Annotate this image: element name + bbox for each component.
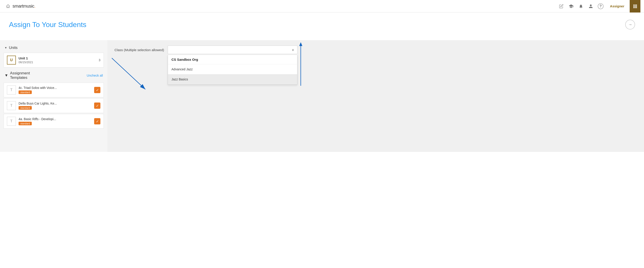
svg-line-11: [112, 58, 145, 89]
svg-rect-1: [634, 4, 636, 5]
dropdown-group-label: CS Sandbox Org: [168, 55, 297, 64]
svg-rect-8: [636, 7, 637, 8]
class-selector-row: Class (Multiple selection allowed) ∨ CS …: [114, 45, 637, 54]
svg-rect-6: [634, 7, 634, 8]
templates-section-header: ▼ AssignmentTemplates Uncheck all: [0, 68, 107, 82]
assignment-item[interactable]: T 4a. Basic Riffs - Developi... standard…: [4, 114, 104, 129]
assignment-name: 4a. Basic Riffs - Developi...: [18, 117, 92, 121]
class-dropdown-container: ∨ CS Sandbox Org Advanced Jazz Jazz Basi…: [168, 45, 298, 54]
svg-rect-0: [634, 4, 634, 5]
header-icons: ? Assigner: [557, 0, 640, 12]
home-button[interactable]: [4, 2, 12, 11]
svg-rect-3: [634, 6, 634, 7]
app-header: smartmusic. ? Assigner: [0, 0, 644, 12]
unit-icon: U: [7, 56, 16, 64]
svg-rect-7: [634, 7, 636, 8]
next-button[interactable]: →: [625, 20, 635, 29]
page-title: Assign To Your Students: [9, 20, 86, 29]
units-section-header: ▼ Units: [0, 44, 107, 52]
templates-label: AssignmentTemplates: [10, 71, 30, 80]
assignment-item[interactable]: T 4c. Triad Solos with Voice... standard…: [4, 83, 104, 97]
unit-info: Unit 1 06/15/2021: [18, 56, 96, 64]
unit-count: 3: [98, 58, 100, 62]
templates-title: ▼ AssignmentTemplates: [4, 71, 30, 80]
left-panel: ▼ Units U Unit 1 06/15/2021 3 ▼ Assignme…: [0, 40, 107, 152]
graduation-icon[interactable]: [567, 2, 575, 10]
templates-arrow-icon: ▼: [4, 73, 8, 78]
units-label: Units: [9, 45, 18, 50]
right-panel: Class (Multiple selection allowed) ∨ CS …: [107, 40, 644, 152]
template-icon: T: [7, 117, 16, 126]
class-dropdown[interactable]: ∨: [168, 45, 298, 54]
dropdown-item-advanced-jazz[interactable]: Advanced Jazz: [168, 64, 297, 74]
two-column-layout: ▼ Units U Unit 1 06/15/2021 3 ▼ Assignme…: [0, 40, 644, 152]
title-row: Assign To Your Students →: [9, 20, 635, 29]
assignment-checkbox[interactable]: ✓: [94, 102, 100, 109]
class-dropdown-menu: CS Sandbox Org Advanced Jazz Jazz Basics: [168, 55, 298, 85]
uncheck-all-button[interactable]: Uncheck all: [87, 73, 103, 77]
standard-badge: standard: [18, 106, 32, 110]
unit-item[interactable]: U Unit 1 06/15/2021 3: [4, 53, 104, 67]
pencil-icon[interactable]: [557, 2, 565, 10]
template-icon: T: [7, 85, 16, 94]
units-arrow-icon: ▼: [4, 46, 7, 49]
assignment-info: Della Buys Car Lights, Ke... standard: [18, 102, 92, 110]
svg-marker-10: [299, 42, 302, 46]
main-content: Assign To Your Students →: [0, 12, 644, 40]
standard-badge: standard: [18, 90, 32, 94]
chevron-down-icon: ∨: [292, 48, 294, 52]
assignment-item[interactable]: T Della Buys Car Lights, Ke... standard …: [4, 98, 104, 113]
svg-rect-2: [636, 4, 637, 5]
assignment-checkbox[interactable]: ✓: [94, 87, 100, 93]
assignment-info: 4a. Basic Riffs - Developi... standard: [18, 117, 92, 125]
assignment-name: Della Buys Car Lights, Ke...: [18, 102, 92, 105]
unit-date: 06/15/2021: [18, 60, 96, 64]
unit-name: Unit 1: [18, 56, 96, 60]
person-icon[interactable]: [587, 2, 595, 10]
svg-rect-4: [634, 6, 636, 7]
dropdown-item-jazz-basics[interactable]: Jazz Basics: [168, 74, 297, 84]
svg-rect-5: [636, 6, 637, 7]
assignment-name: 4c. Triad Solos with Voice...: [18, 86, 92, 90]
bell-icon[interactable]: [577, 2, 585, 10]
template-icon: T: [7, 101, 16, 110]
assignment-checkbox[interactable]: ✓: [94, 118, 100, 124]
help-icon[interactable]: ?: [598, 3, 604, 9]
grid-menu-button[interactable]: [630, 0, 640, 12]
standard-badge: standard: [18, 122, 32, 125]
blue-arrow-annotation: [298, 41, 304, 90]
app-logo: smartmusic.: [12, 3, 35, 9]
assigner-button[interactable]: Assigner: [606, 3, 628, 9]
class-field-label: Class (Multiple selection allowed): [114, 48, 164, 52]
assignment-info: 4c. Triad Solos with Voice... standard: [18, 86, 92, 94]
